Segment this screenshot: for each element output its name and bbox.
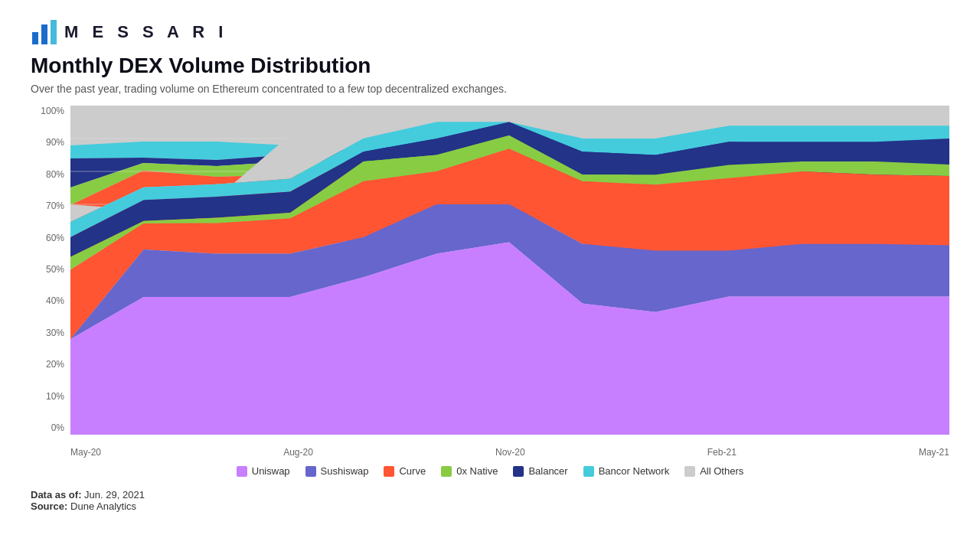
svg-rect-2 [51,20,57,44]
legend-label-all-others: All Others [700,465,743,477]
x-label-may21: May-21 [919,447,949,458]
x-axis: May-20 Aug-20 Nov-20 Feb-21 May-21 [70,435,949,458]
x-label-feb21: Feb-21 [707,447,737,458]
y-label-30: 30% [31,328,69,338]
y-label-10: 10% [31,391,69,402]
legend-swatch-balancer [513,466,524,477]
chart-title: Monthly DEX Volume Distribution [31,54,949,78]
y-label-60: 60% [31,233,69,243]
chart-area: 0% 10% 20% 30% 40% 50% 60% 70% 80% 90% 1… [31,106,949,458]
y-label-80: 80% [31,169,69,180]
data-as-of-value: Jun. 29, 2021 [84,489,145,500]
legend-label-balancer: Balancer [528,465,567,477]
svg-rect-1 [41,24,47,44]
legend-item-0x-native: 0x Native [441,465,498,477]
logo-text: M E S S A R I [64,22,227,42]
legend-swatch-curve [384,466,394,477]
legend-label-0x-native: 0x Native [456,465,498,477]
y-label-100: 100% [31,106,69,116]
legend-item-sushiswap: Sushiswap [305,465,369,477]
legend-item-all-others: All Others [684,465,743,477]
legend-label-sushiswap: Sushiswap [321,465,369,477]
y-label-40: 40% [31,295,69,306]
footer: Data as of: Jun. 29, 2021 Source: Dune A… [31,489,949,512]
x-label-aug20: Aug-20 [283,447,313,458]
source-line: Source: Dune Analytics [31,500,949,512]
svg-rect-0 [32,32,38,44]
legend-swatch-uniswap [237,466,247,477]
x-label-nov20: Nov-20 [495,447,525,458]
source-value: Dune Analytics [70,500,136,512]
legend-swatch-all-others [684,466,695,477]
chart-svg-container [70,106,949,435]
legend-label-curve: Curve [399,465,426,477]
y-label-70: 70% [31,201,69,211]
y-label-90: 90% [31,137,69,148]
legend-swatch-bancor [583,466,594,477]
legend-swatch-0x-native [441,466,452,477]
legend-item-uniswap: Uniswap [237,465,290,477]
y-label-50: 50% [31,264,69,275]
legend-item-bancor: Bancor Network [583,465,669,477]
y-label-20: 20% [31,359,69,370]
source-label: Source: [31,500,67,512]
y-label-0: 0% [31,422,69,433]
legend-item-curve: Curve [384,465,426,477]
stacked-area-chart [70,106,949,435]
y-axis: 0% 10% 20% 30% 40% 50% 60% 70% 80% 90% 1… [31,106,69,435]
data-as-of: Data as of: Jun. 29, 2021 [31,489,949,500]
legend-label-uniswap: Uniswap [252,465,290,477]
messari-logo: M E S S A R I [31,18,227,46]
x-label-may20: May-20 [70,447,101,458]
legend-label-bancor: Bancor Network [599,465,669,477]
data-as-of-label: Data as of: [31,489,81,500]
legend-swatch-sushiswap [305,466,316,477]
messari-logo-icon [31,18,58,46]
chart-legend: Uniswap Sushiswap Curve 0x Native Balanc… [31,465,949,477]
legend-item-balancer: Balancer [513,465,567,477]
chart-subtitle: Over the past year, trading volume on Et… [31,83,949,95]
